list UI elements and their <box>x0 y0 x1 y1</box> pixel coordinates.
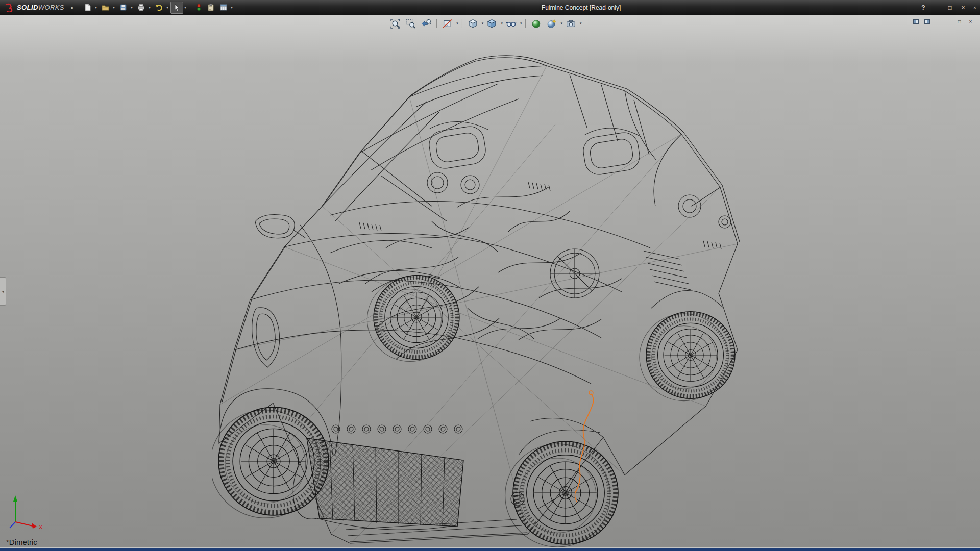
spreadsheet-icon <box>219 3 228 12</box>
dassault-3ds-logo-icon <box>4 3 14 12</box>
select-button[interactable] <box>170 2 183 14</box>
panel-collapse-tab[interactable]: ◂ <box>0 277 6 306</box>
open-caret-icon[interactable]: ▾ <box>113 5 117 10</box>
x-axis-label: X <box>39 524 43 530</box>
view-settings-button[interactable] <box>564 17 578 30</box>
window-controls: ? – □ × × <box>919 0 978 15</box>
x-axis-arrow-icon <box>32 523 37 529</box>
solidworks-window: SOLIDWORKS ▸ ▾ ▾ <box>0 0 980 551</box>
clipboard-button[interactable] <box>204 2 217 14</box>
previous-view-button[interactable] <box>419 17 433 30</box>
previous-view-icon <box>421 18 431 29</box>
construction-lines <box>220 66 738 543</box>
maximize-button[interactable]: □ <box>945 3 954 12</box>
hide-show-caret-icon[interactable]: ▾ <box>520 21 522 26</box>
menubar-close-button[interactable]: × <box>972 3 978 12</box>
view-settings-icon <box>566 18 576 29</box>
section-view-button[interactable] <box>440 17 454 30</box>
print-button[interactable] <box>135 2 148 14</box>
brand-text: SOLIDWORKS <box>17 4 64 11</box>
wireframe-car-model[interactable] <box>212 53 743 547</box>
rear-right-wheel[interactable] <box>640 312 735 401</box>
zoom-to-fit-icon <box>390 18 401 29</box>
apply-scene-icon <box>546 18 557 29</box>
document-close-button[interactable]: × <box>966 18 975 26</box>
dock-pane-left-button[interactable] <box>912 18 920 26</box>
graphics-viewport[interactable]: ▾ ▾ ▾ <box>0 15 980 547</box>
view-orientation-label: *Dimetric <box>6 538 37 546</box>
display-style-icon <box>486 18 497 29</box>
hide-show-items-icon <box>506 18 517 29</box>
toolbar-separator <box>462 19 462 28</box>
clipboard-icon <box>206 3 215 12</box>
select-caret-icon[interactable]: ▾ <box>184 5 188 10</box>
edit-appearance-button[interactable] <box>529 17 543 30</box>
select-cursor-icon <box>173 3 181 12</box>
toolbar-separator <box>436 19 437 28</box>
solidworks-logo: SOLIDWORKS <box>0 3 68 12</box>
zoom-to-area-button[interactable] <box>404 17 418 30</box>
heads-up-toolbar: ▾ ▾ ▾ <box>388 17 581 30</box>
open-button[interactable] <box>99 2 112 14</box>
dock-pane-right-button[interactable] <box>923 18 932 26</box>
print-icon <box>137 3 145 12</box>
minimize-button[interactable]: – <box>932 3 941 12</box>
spreadsheet-caret-icon[interactable]: ▾ <box>231 5 235 10</box>
new-document-button[interactable] <box>81 2 94 14</box>
section-view-caret-icon[interactable]: ▾ <box>456 21 458 26</box>
titlebar: SOLIDWORKS ▸ ▾ ▾ <box>0 0 980 15</box>
undo-arrow-icon <box>155 3 163 12</box>
view-settings-caret-icon[interactable]: ▾ <box>580 21 582 26</box>
y-axis-arrow-icon <box>13 495 17 502</box>
z-axis-icon <box>10 522 15 528</box>
help-button[interactable]: ? <box>919 3 928 12</box>
close-button[interactable]: × <box>959 3 968 12</box>
undo-button[interactable] <box>153 2 165 14</box>
taskbar-edge <box>0 548 980 551</box>
save-floppy-icon <box>119 3 128 12</box>
reference-triad: X <box>7 491 50 532</box>
dock-pane-left-icon <box>913 19 919 24</box>
toolbar-separator <box>525 19 526 28</box>
document-minimize-button[interactable]: – <box>944 18 952 26</box>
undo-caret-icon[interactable]: ▾ <box>166 5 170 10</box>
zoom-to-area-icon <box>405 18 416 29</box>
view-orientation-icon <box>468 18 478 29</box>
open-folder-icon <box>101 3 110 12</box>
print-caret-icon[interactable]: ▾ <box>149 5 153 10</box>
traffic-light-button[interactable] <box>193 2 204 14</box>
new-document-icon <box>83 3 92 12</box>
brand-bold: SOLID <box>17 4 38 11</box>
section-view-icon <box>442 18 453 29</box>
hide-show-items-button[interactable] <box>504 17 518 30</box>
edit-appearance-icon <box>531 18 542 29</box>
front-grille-mesh[interactable] <box>307 438 463 527</box>
display-style-caret-icon[interactable]: ▾ <box>501 21 503 26</box>
document-window-controls: – □ × <box>912 18 975 26</box>
new-caret-icon[interactable]: ▾ <box>95 5 99 10</box>
dock-pane-right-icon <box>924 19 930 24</box>
document-title: Fulmine Concept [Read-only] <box>542 0 621 15</box>
brand-light: WORKS <box>38 4 64 11</box>
view-orientation-button[interactable] <box>466 17 480 30</box>
spreadsheet-button[interactable] <box>217 2 230 14</box>
menu-expand-arrow[interactable]: ▸ <box>71 5 74 10</box>
apply-scene-caret-icon[interactable]: ▾ <box>560 21 562 26</box>
traffic-light-icon <box>195 3 202 12</box>
view-orientation-caret-icon[interactable]: ▾ <box>482 21 484 26</box>
apply-scene-button[interactable] <box>545 17 558 30</box>
display-style-button[interactable] <box>485 17 499 30</box>
save-caret-icon[interactable]: ▾ <box>131 5 135 10</box>
document-restore-button[interactable]: □ <box>955 18 964 26</box>
save-button[interactable] <box>117 2 130 14</box>
selected-sketch-spline[interactable] <box>575 391 593 502</box>
rear-left-wheel[interactable] <box>367 276 459 362</box>
standard-toolbar: ▾ ▾ ▾ <box>81 2 235 14</box>
zoom-to-fit-button[interactable] <box>388 17 402 30</box>
